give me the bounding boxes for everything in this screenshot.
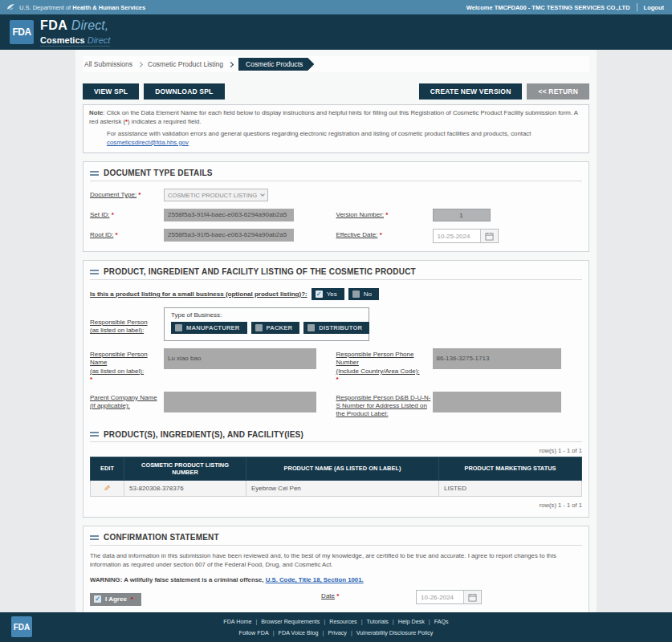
small-business-yes-checkbox[interactable]: ✓ Yes (312, 288, 344, 300)
fda-logo: FDA (10, 20, 34, 44)
return-button[interactable]: << RETURN (527, 83, 589, 100)
product-name-cell: Eyebrow Cel Pen (246, 481, 439, 497)
dept-text: U.S. Department of Health & Human Servic… (19, 4, 145, 11)
view-spl-button[interactable]: VIEW SPL (83, 83, 139, 100)
section-handle-icon (90, 270, 99, 274)
breadcrumb: All Submissions Cosmetic Product Listing… (83, 56, 589, 72)
footer-link-fda-home[interactable]: FDA Home (223, 618, 251, 625)
divider: | (351, 629, 352, 636)
small-business-question-label[interactable]: Is this a product listing for a small bu… (90, 291, 307, 298)
section-title: DOCUMENT TYPE DETAILS (104, 169, 213, 177)
type-of-business-group: Type of Business: MANUFACTURER PACKER (164, 307, 369, 341)
responsible-person-name-label[interactable]: Responsible Person Name (as listed on la… (90, 348, 164, 384)
fda-footer-logo: FDA (11, 616, 32, 637)
manufacturer-checkbox[interactable]: MANUFACTURER (171, 322, 247, 334)
checkbox-checked-icon: ✓ (316, 291, 323, 298)
app-header: FDA FDA Direct, Cosmetics Direct (0, 14, 672, 50)
root-id-field: 2558f5a3-91f5-baec-e063-6294a90ab2a5 (164, 229, 294, 242)
checkbox-checked-icon: ✓ (94, 595, 101, 603)
chevron-right-icon (228, 61, 234, 67)
parent-company-label[interactable]: Parent Company Name (if applicable): (90, 392, 164, 411)
breadcrumb-cosmetic-product-listing[interactable]: Cosmetic Product Listing (148, 60, 223, 68)
packer-checkbox[interactable]: PACKER (251, 322, 300, 334)
footer-link-help-desk[interactable]: Help Desk (398, 618, 425, 625)
dropdown-arrow-icon (260, 192, 265, 197)
parent-company-field (164, 392, 316, 412)
divider: | (273, 629, 275, 636)
footer-link-faqs[interactable]: FAQs (434, 618, 449, 625)
section-product-listing: PRODUCT, INGREDIENT AND FACILITY LISTING… (83, 260, 589, 518)
brand-fda: FDA (40, 18, 67, 32)
table-row: ✎ 53-820308-378376 Eyebrow Cel Pen LISTE… (91, 481, 582, 497)
edit-column-header: EDIT (91, 457, 124, 481)
breadcrumb-all-submissions[interactable]: All Submissions (84, 60, 132, 68)
footer-link-privacy[interactable]: Privacy (328, 629, 347, 636)
warning-text: WARNING: A willfully false statement is … (90, 576, 582, 583)
breadcrumb-cosmetic-products: Cosmetic Products (238, 58, 314, 71)
checkbox-unchecked-icon (175, 324, 182, 331)
small-business-no-checkbox[interactable]: No (348, 288, 379, 300)
welcome-text: Welcome TMCFDA00 - TMC TESTING SERVICES … (466, 4, 630, 11)
product-name-column-header: PRODUCT NAME (AS LISTED ON LABEL) (246, 457, 439, 481)
footer-link-tutorials[interactable]: Tutorials (367, 618, 389, 625)
row-count-bottom: row(s) 1 - 1 of 1 (90, 502, 582, 509)
marketing-status-cell: LISTED (439, 481, 582, 497)
date-input[interactable]: 10-26-2024 (416, 590, 482, 604)
divider: | (324, 618, 325, 625)
create-new-version-button[interactable]: CREATE NEW VERSION (419, 83, 523, 100)
footer-link-vulnerability-disclosure[interactable]: Vulnerability Disclosure Policy (356, 629, 434, 636)
checkbox-unchecked-icon (307, 324, 315, 331)
subsection-title: PRODUCT(S), INGREDIENT(S), AND FACILITY(… (104, 430, 303, 439)
download-spl-button[interactable]: DOWNLOAD SPL (144, 83, 224, 100)
confirmation-body: The data and information in this submiss… (90, 552, 582, 570)
version-number-field: 1 (433, 209, 491, 221)
document-type-select[interactable]: COSMETIC PRODUCT LISTING (164, 189, 268, 201)
footer-link-follow-fda[interactable]: Follow FDA (239, 629, 269, 636)
set-id-label[interactable]: Set ID: * (90, 209, 164, 219)
responsible-person-label[interactable]: Responsible Person (as listed on label): (90, 307, 164, 335)
type-of-business-label: Type of Business: (171, 311, 362, 319)
calendar-icon[interactable] (480, 230, 498, 242)
section-handle-icon (90, 432, 99, 437)
row-count-top: row(s) 1 - 1 of 1 (90, 447, 582, 454)
marketing-status-column-header: PRODUCT MARKETING STATUS (439, 457, 582, 481)
edit-pencil-icon[interactable]: ✎ (104, 484, 110, 493)
responsible-person-phone-label[interactable]: Responsible Person Phone Number (Include… (336, 348, 433, 384)
duns-label[interactable]: Responsible Person D&B D-U-N-S Number fo… (336, 392, 433, 419)
listing-number-column-header: COSMETIC PRODUCT LISTING NUMBER (124, 457, 246, 481)
responsible-person-name-field: Lu xiao bao (164, 348, 316, 369)
section-title: CONFIRMATION STATEMENT (104, 533, 219, 542)
footer-links-row1: FDA Home|Browser Requirements|Resources|… (223, 616, 448, 628)
root-id-label[interactable]: Root ID: * (90, 229, 164, 239)
footer-link-fda-voice-blog[interactable]: FDA Voice Blog (279, 629, 319, 636)
footer-link-browser-requirements[interactable]: Browser Requirements (261, 618, 320, 625)
government-bar: U.S. Department of Health & Human Servic… (0, 0, 672, 14)
divider: | (393, 618, 394, 625)
divider: | (361, 618, 363, 625)
calendar-icon[interactable] (463, 591, 481, 603)
hhs-eagle-icon (6, 2, 15, 13)
i-agree-checkbox[interactable]: ✓ I Agree* (90, 593, 141, 606)
brand-direct: Direct, (71, 18, 108, 32)
distributor-checkbox[interactable]: DISTRIBUTOR (303, 322, 369, 334)
brand-title: FDA Direct, Cosmetics Direct (40, 18, 110, 47)
version-number-label[interactable]: Version Number: * (336, 209, 433, 219)
products-table: EDIT COSMETIC PRODUCT LISTING NUMBER PRO… (90, 457, 582, 498)
logout-link[interactable]: Logout (644, 4, 664, 11)
responsible-person-phone-field: 86-136-3275-1713 (433, 348, 561, 369)
contact-email-link[interactable]: cosmeticsdirect@fda.hhs.gov (107, 139, 189, 146)
effective-date-label[interactable]: Effective Date: * (336, 229, 433, 239)
document-type-label[interactable]: Document Type: * (90, 189, 164, 199)
listing-number-cell: 53-820308-378376 (124, 481, 246, 497)
divider: | (323, 629, 324, 636)
note-text: Note: Click on the Data Element Name for… (89, 109, 583, 126)
footer-link-resources[interactable]: Resources (329, 618, 356, 625)
effective-date-input[interactable]: 10-25-2024 (433, 229, 499, 243)
us-code-link[interactable]: U.S. Code, Title 18, Section 1001. (266, 576, 364, 583)
checkbox-unchecked-icon (255, 324, 263, 331)
table-header-row: EDIT COSMETIC PRODUCT LISTING NUMBER PRO… (91, 457, 582, 481)
checkbox-unchecked-icon (352, 291, 360, 298)
divider: | (429, 618, 430, 625)
date-label[interactable]: Date * (321, 590, 416, 600)
content-panel: All Submissions Cosmetic Product Listing… (75, 50, 597, 612)
